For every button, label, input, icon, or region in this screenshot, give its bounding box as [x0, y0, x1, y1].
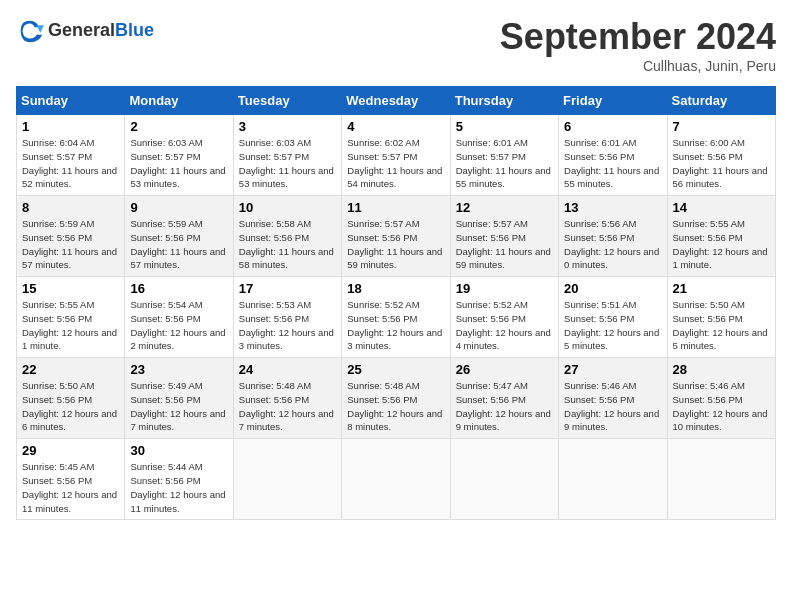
day-info: Sunrise: 5:47 AMSunset: 5:56 PMDaylight:… [456, 379, 553, 434]
col-monday: Monday [125, 87, 233, 115]
table-row [233, 439, 341, 520]
table-row: 25 Sunrise: 5:48 AMSunset: 5:56 PMDaylig… [342, 358, 450, 439]
month-title: September 2024 [500, 16, 776, 58]
location-subtitle: Cullhuas, Junin, Peru [500, 58, 776, 74]
logo-general: General [48, 20, 115, 40]
day-number: 11 [347, 200, 444, 215]
calendar-row: 1 Sunrise: 6:04 AMSunset: 5:57 PMDayligh… [17, 115, 776, 196]
day-info: Sunrise: 5:48 AMSunset: 5:56 PMDaylight:… [239, 379, 336, 434]
calendar-row: 15 Sunrise: 5:55 AMSunset: 5:56 PMDaylig… [17, 277, 776, 358]
day-info: Sunrise: 6:01 AMSunset: 5:56 PMDaylight:… [564, 136, 661, 191]
table-row: 10 Sunrise: 5:58 AMSunset: 5:56 PMDaylig… [233, 196, 341, 277]
day-info: Sunrise: 5:44 AMSunset: 5:56 PMDaylight:… [130, 460, 227, 515]
table-row: 11 Sunrise: 5:57 AMSunset: 5:56 PMDaylig… [342, 196, 450, 277]
day-info: Sunrise: 5:54 AMSunset: 5:56 PMDaylight:… [130, 298, 227, 353]
table-row: 9 Sunrise: 5:59 AMSunset: 5:56 PMDayligh… [125, 196, 233, 277]
day-number: 30 [130, 443, 227, 458]
day-info: Sunrise: 5:45 AMSunset: 5:56 PMDaylight:… [22, 460, 119, 515]
table-row: 19 Sunrise: 5:52 AMSunset: 5:56 PMDaylig… [450, 277, 558, 358]
col-wednesday: Wednesday [342, 87, 450, 115]
day-info: Sunrise: 5:53 AMSunset: 5:56 PMDaylight:… [239, 298, 336, 353]
calendar-header-row: Sunday Monday Tuesday Wednesday Thursday… [17, 87, 776, 115]
day-info: Sunrise: 5:48 AMSunset: 5:56 PMDaylight:… [347, 379, 444, 434]
table-row: 6 Sunrise: 6:01 AMSunset: 5:56 PMDayligh… [559, 115, 667, 196]
table-row: 30 Sunrise: 5:44 AMSunset: 5:56 PMDaylig… [125, 439, 233, 520]
day-number: 17 [239, 281, 336, 296]
logo-blue: Blue [115, 20, 154, 40]
day-number: 10 [239, 200, 336, 215]
day-number: 23 [130, 362, 227, 377]
day-number: 1 [22, 119, 119, 134]
day-info: Sunrise: 5:46 AMSunset: 5:56 PMDaylight:… [673, 379, 770, 434]
logo-text: GeneralBlue [48, 20, 154, 41]
day-info: Sunrise: 5:50 AMSunset: 5:56 PMDaylight:… [22, 379, 119, 434]
day-number: 21 [673, 281, 770, 296]
day-number: 26 [456, 362, 553, 377]
title-section: September 2024 Cullhuas, Junin, Peru [500, 16, 776, 74]
day-number: 8 [22, 200, 119, 215]
day-info: Sunrise: 5:50 AMSunset: 5:56 PMDaylight:… [673, 298, 770, 353]
calendar-row: 8 Sunrise: 5:59 AMSunset: 5:56 PMDayligh… [17, 196, 776, 277]
day-info: Sunrise: 5:55 AMSunset: 5:56 PMDaylight:… [673, 217, 770, 272]
table-row: 24 Sunrise: 5:48 AMSunset: 5:56 PMDaylig… [233, 358, 341, 439]
day-number: 27 [564, 362, 661, 377]
table-row [342, 439, 450, 520]
table-row [667, 439, 775, 520]
col-thursday: Thursday [450, 87, 558, 115]
table-row: 14 Sunrise: 5:55 AMSunset: 5:56 PMDaylig… [667, 196, 775, 277]
table-row: 3 Sunrise: 6:03 AMSunset: 5:57 PMDayligh… [233, 115, 341, 196]
day-info: Sunrise: 5:55 AMSunset: 5:56 PMDaylight:… [22, 298, 119, 353]
table-row: 18 Sunrise: 5:52 AMSunset: 5:56 PMDaylig… [342, 277, 450, 358]
table-row: 2 Sunrise: 6:03 AMSunset: 5:57 PMDayligh… [125, 115, 233, 196]
day-number: 4 [347, 119, 444, 134]
table-row: 13 Sunrise: 5:56 AMSunset: 5:56 PMDaylig… [559, 196, 667, 277]
day-info: Sunrise: 5:57 AMSunset: 5:56 PMDaylight:… [347, 217, 444, 272]
table-row: 7 Sunrise: 6:00 AMSunset: 5:56 PMDayligh… [667, 115, 775, 196]
day-number: 20 [564, 281, 661, 296]
calendar-row: 22 Sunrise: 5:50 AMSunset: 5:56 PMDaylig… [17, 358, 776, 439]
table-row: 15 Sunrise: 5:55 AMSunset: 5:56 PMDaylig… [17, 277, 125, 358]
day-info: Sunrise: 5:59 AMSunset: 5:56 PMDaylight:… [22, 217, 119, 272]
day-number: 13 [564, 200, 661, 215]
table-row: 8 Sunrise: 5:59 AMSunset: 5:56 PMDayligh… [17, 196, 125, 277]
table-row: 28 Sunrise: 5:46 AMSunset: 5:56 PMDaylig… [667, 358, 775, 439]
day-number: 24 [239, 362, 336, 377]
page-header: GeneralBlue September 2024 Cullhuas, Jun… [16, 16, 776, 74]
day-info: Sunrise: 6:03 AMSunset: 5:57 PMDaylight:… [239, 136, 336, 191]
table-row: 23 Sunrise: 5:49 AMSunset: 5:56 PMDaylig… [125, 358, 233, 439]
table-row: 21 Sunrise: 5:50 AMSunset: 5:56 PMDaylig… [667, 277, 775, 358]
day-number: 29 [22, 443, 119, 458]
day-number: 15 [22, 281, 119, 296]
day-info: Sunrise: 6:04 AMSunset: 5:57 PMDaylight:… [22, 136, 119, 191]
table-row: 1 Sunrise: 6:04 AMSunset: 5:57 PMDayligh… [17, 115, 125, 196]
table-row: 20 Sunrise: 5:51 AMSunset: 5:56 PMDaylig… [559, 277, 667, 358]
day-info: Sunrise: 5:52 AMSunset: 5:56 PMDaylight:… [456, 298, 553, 353]
logo: GeneralBlue [16, 16, 154, 44]
day-info: Sunrise: 5:52 AMSunset: 5:56 PMDaylight:… [347, 298, 444, 353]
day-number: 16 [130, 281, 227, 296]
table-row: 26 Sunrise: 5:47 AMSunset: 5:56 PMDaylig… [450, 358, 558, 439]
table-row [450, 439, 558, 520]
day-info: Sunrise: 6:02 AMSunset: 5:57 PMDaylight:… [347, 136, 444, 191]
day-number: 12 [456, 200, 553, 215]
day-info: Sunrise: 5:59 AMSunset: 5:56 PMDaylight:… [130, 217, 227, 272]
day-number: 22 [22, 362, 119, 377]
table-row: 4 Sunrise: 6:02 AMSunset: 5:57 PMDayligh… [342, 115, 450, 196]
col-saturday: Saturday [667, 87, 775, 115]
calendar-row: 29 Sunrise: 5:45 AMSunset: 5:56 PMDaylig… [17, 439, 776, 520]
col-tuesday: Tuesday [233, 87, 341, 115]
day-number: 2 [130, 119, 227, 134]
day-info: Sunrise: 5:58 AMSunset: 5:56 PMDaylight:… [239, 217, 336, 272]
logo-icon [16, 16, 44, 44]
day-info: Sunrise: 6:01 AMSunset: 5:57 PMDaylight:… [456, 136, 553, 191]
day-info: Sunrise: 5:51 AMSunset: 5:56 PMDaylight:… [564, 298, 661, 353]
table-row [559, 439, 667, 520]
day-info: Sunrise: 5:57 AMSunset: 5:56 PMDaylight:… [456, 217, 553, 272]
calendar-table: Sunday Monday Tuesday Wednesday Thursday… [16, 86, 776, 520]
table-row: 29 Sunrise: 5:45 AMSunset: 5:56 PMDaylig… [17, 439, 125, 520]
day-info: Sunrise: 5:56 AMSunset: 5:56 PMDaylight:… [564, 217, 661, 272]
day-number: 18 [347, 281, 444, 296]
day-number: 3 [239, 119, 336, 134]
day-number: 7 [673, 119, 770, 134]
day-number: 19 [456, 281, 553, 296]
